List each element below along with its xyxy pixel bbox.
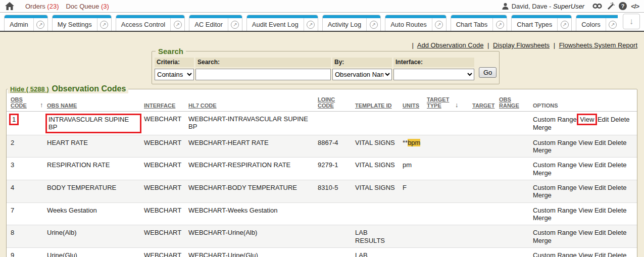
display-flowsheets-link[interactable]: Display Flowsheets	[493, 41, 550, 49]
hl7-code-value: WEBCHART-INTRAVASCULAR SUPINE BP	[186, 112, 316, 135]
target-value	[470, 135, 497, 158]
interface-select[interactable]	[393, 69, 474, 80]
option-view-link[interactable]: View	[578, 161, 592, 169]
user-role: SuperUser	[553, 3, 584, 10]
hide-count-link[interactable]: Hide ( 5288 )	[10, 85, 49, 93]
link-icon[interactable]	[592, 3, 602, 10]
tab-audit-event-log[interactable]: Audit Event Log ↗	[246, 15, 318, 31]
open-in-new-icon[interactable]: ↗	[228, 18, 242, 31]
target-type-value	[425, 225, 453, 248]
flowsheets-system-report-link[interactable]: Flowsheets System Report	[559, 41, 637, 49]
criteria-select[interactable]: Contains	[155, 69, 194, 80]
units-value	[401, 247, 425, 257]
table-row: 7 Weeks Gestation WEBCHART WEBCHART-Week…	[7, 202, 637, 225]
user-menu[interactable]: David, Dave - SuperUser	[502, 3, 585, 10]
tab-overflow-button[interactable]: ↓	[623, 14, 640, 29]
option-custom-range-link[interactable]: Custom Range	[533, 161, 577, 169]
col-units[interactable]: UNITS	[403, 102, 419, 109]
option-edit-link[interactable]: Edit	[595, 139, 606, 146]
col-obs-code[interactable]: OBS CODE	[11, 96, 27, 109]
option-edit-link[interactable]: Edit	[595, 229, 606, 236]
tab-chart-tabs[interactable]: Chart Tabs ↗	[451, 15, 508, 31]
option-view-link[interactable]: View	[578, 139, 592, 146]
open-in-new-icon[interactable]: ↗	[33, 18, 47, 31]
tab-chart-types[interactable]: Chart Types ↗	[511, 15, 572, 31]
obs-code-value: 3	[11, 161, 14, 169]
option-edit-link[interactable]: Edit	[595, 207, 606, 214]
col-template-id[interactable]: TEMPLATE ID	[355, 102, 392, 109]
template-id-value	[353, 202, 401, 225]
option-view-link[interactable]: View	[577, 114, 597, 125]
search-input[interactable]	[195, 69, 331, 80]
col-target[interactable]: TARGET	[472, 102, 494, 109]
col-loinc-code[interactable]: LOINC CODE	[318, 96, 335, 109]
option-view-link[interactable]: View	[578, 251, 592, 257]
option-edit-link[interactable]: Edit	[595, 161, 606, 169]
open-in-new-icon[interactable]: ↗	[304, 18, 318, 31]
units-value	[401, 112, 425, 135]
col-hl7-code[interactable]: HL7 CODE	[188, 102, 217, 109]
open-in-new-icon[interactable]: ↗	[170, 18, 184, 31]
option-edit-link[interactable]: Edit	[595, 251, 606, 257]
col-target-type[interactable]: TARGET TYPE	[427, 96, 449, 109]
option-merge-link[interactable]: Merge	[533, 214, 552, 222]
option-merge-link[interactable]: Merge	[533, 237, 552, 244]
open-in-new-icon[interactable]: ↗	[432, 18, 446, 31]
obs-range-value	[497, 247, 531, 257]
option-delete-link[interactable]: Delete	[608, 161, 627, 169]
search-legend: Search	[156, 47, 186, 56]
option-delete-link[interactable]: Delete	[608, 251, 627, 257]
code-icon[interactable]: </>	[631, 3, 639, 10]
option-delete-link[interactable]: Delete	[608, 207, 627, 214]
wand-icon[interactable]	[606, 2, 615, 10]
option-custom-range-link[interactable]: Custom Range	[533, 116, 577, 123]
by-select[interactable]: Observation Name	[332, 69, 392, 80]
help-icon[interactable]: ?	[619, 2, 627, 10]
option-custom-range-link[interactable]: Custom Range	[533, 207, 577, 214]
open-in-new-icon[interactable]: ↗	[606, 18, 618, 31]
option-merge-link[interactable]: Merge	[533, 146, 552, 154]
tab-activity-log[interactable]: Activity Log ↗	[322, 15, 381, 31]
option-delete-link[interactable]: Delete	[608, 184, 627, 191]
obs-range-value	[497, 158, 531, 180]
option-view-link[interactable]: View	[578, 207, 592, 214]
obs-name-value: HEART RATE	[47, 139, 88, 146]
option-delete-link[interactable]: Delete	[608, 139, 627, 146]
loinc-code-value	[316, 225, 353, 248]
open-in-new-icon[interactable]: ↗	[97, 18, 111, 31]
open-in-new-icon[interactable]: ↗	[492, 18, 507, 31]
col-interface[interactable]: INTERFACE	[144, 102, 175, 109]
option-custom-range-link[interactable]: Custom Range	[533, 251, 577, 257]
option-merge-link[interactable]: Merge	[533, 169, 552, 177]
option-custom-range-link[interactable]: Custom Range	[533, 229, 577, 236]
open-in-new-icon[interactable]: ↗	[557, 18, 571, 31]
tab-ac-editor[interactable]: AC Editor ↗	[189, 15, 242, 31]
col-obs-range[interactable]: OBS RANGE	[499, 96, 519, 109]
option-custom-range-link[interactable]: Custom Range	[533, 184, 577, 191]
tab-auto-routes[interactable]: Auto Routes ↗	[385, 15, 447, 31]
sort-desc-icon[interactable]: ↓	[455, 101, 459, 109]
units-value	[401, 225, 425, 248]
nav-orders[interactable]: Orders (23)	[25, 3, 59, 10]
tab-my-settings[interactable]: My Settings ↗	[52, 15, 112, 31]
option-view-link[interactable]: View	[578, 184, 592, 191]
col-obs-name[interactable]: OBS NAME	[47, 102, 77, 109]
tab-colors[interactable]: Colors ↗	[576, 15, 618, 31]
option-delete-link[interactable]: Delete	[608, 229, 627, 236]
option-merge-link[interactable]: Merge	[533, 124, 552, 131]
option-merge-link[interactable]: Merge	[533, 191, 552, 199]
tab-admin[interactable]: Admin ↗	[4, 15, 48, 31]
go-button[interactable]: Go	[479, 67, 497, 78]
option-view-link[interactable]: View	[578, 229, 592, 236]
option-custom-range-link[interactable]: Custom Range	[533, 139, 577, 146]
nav-doc-queue[interactable]: Doc Queue (3)	[66, 3, 109, 10]
option-edit-link[interactable]: Edit	[595, 184, 606, 191]
option-delete-link[interactable]: Delete	[611, 116, 630, 123]
tab-access-control[interactable]: Access Control ↗	[116, 15, 185, 31]
observation-codes-panel: Hide ( 5288 )Observation Codes OBS CODE …	[6, 84, 637, 257]
sort-asc-icon[interactable]: ↑	[40, 101, 43, 109]
table-row: 3 RESPIRATION RATE WEBCHART WEBCHART-RES…	[7, 158, 637, 180]
open-in-new-icon[interactable]: ↗	[366, 18, 380, 31]
home-icon[interactable]	[5, 2, 14, 11]
option-edit-link[interactable]: Edit	[598, 116, 609, 123]
